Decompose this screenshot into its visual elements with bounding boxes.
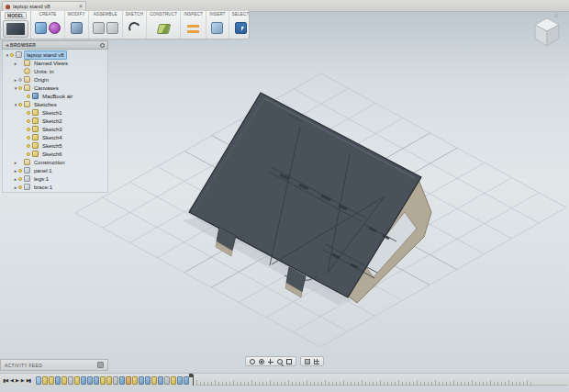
joint-icon[interactable] bbox=[106, 21, 119, 35]
browser-item[interactable]: ▾laptop stand v8 bbox=[3, 50, 107, 59]
create-sketch-icon[interactable] bbox=[128, 21, 141, 35]
timeline-feature-modify-icon[interactable] bbox=[126, 376, 131, 385]
go-to-start-button[interactable]: ▮◀ bbox=[2, 376, 9, 385]
press-pull-icon[interactable] bbox=[70, 21, 84, 35]
collapse-panel-icon[interactable]: ◂ bbox=[6, 41, 8, 49]
browser-item[interactable]: ▸Construction bbox=[3, 158, 107, 166]
visibility-bulb-icon[interactable] bbox=[27, 111, 30, 115]
visibility-bulb-icon[interactable] bbox=[27, 119, 30, 123]
browser-item[interactable]: ▸brace:1 bbox=[3, 183, 107, 191]
timeline-feature-sketch-icon[interactable] bbox=[74, 376, 80, 385]
timeline-feature-sketch-icon[interactable] bbox=[151, 376, 157, 385]
timeline-feature-sketch-icon[interactable] bbox=[61, 376, 67, 385]
timeline-feature-extrude-icon[interactable] bbox=[81, 376, 86, 385]
browser-item[interactable]: MacBook air bbox=[3, 92, 107, 100]
timeline-feature-sketch-icon[interactable] bbox=[49, 376, 54, 385]
visibility-bulb-icon[interactable] bbox=[27, 152, 30, 156]
create-sphere-icon[interactable] bbox=[48, 21, 61, 35]
browser-item-label[interactable]: Sketch5 bbox=[40, 142, 64, 150]
visibility-bulb-icon[interactable] bbox=[27, 136, 30, 140]
create-primitive-icon[interactable] bbox=[34, 21, 48, 35]
timeline-feature-extrude-icon[interactable] bbox=[177, 376, 183, 385]
timeline-feature-construct-icon[interactable] bbox=[68, 376, 73, 385]
visibility-bulb-icon[interactable] bbox=[18, 169, 22, 173]
browser-item[interactable]: ▾Sketches bbox=[3, 100, 107, 108]
measure-icon[interactable] bbox=[186, 22, 200, 34]
browser-item-label[interactable]: Units: in bbox=[32, 68, 56, 75]
visibility-bulb-icon[interactable] bbox=[27, 95, 30, 98]
select-icon[interactable] bbox=[234, 21, 248, 35]
browser-item[interactable]: ▸Named Views bbox=[3, 59, 107, 67]
visibility-bulb-icon[interactable] bbox=[18, 78, 22, 82]
fit-icon[interactable] bbox=[284, 358, 294, 365]
visibility-bulb-icon[interactable] bbox=[18, 185, 22, 189]
browser-item[interactable]: Sketch1 bbox=[3, 108, 107, 117]
browser-item[interactable]: ▸Origin bbox=[3, 75, 107, 84]
activity-feed-toggle-icon[interactable] bbox=[97, 362, 104, 368]
browser-item-label[interactable]: Sketch2 bbox=[40, 118, 64, 125]
look-at-icon[interactable] bbox=[257, 358, 266, 365]
browser-item[interactable]: Sketch5 bbox=[3, 141, 107, 150]
timeline-feature-sketch-icon[interactable] bbox=[42, 376, 48, 385]
gear-icon[interactable] bbox=[100, 43, 105, 48]
workspace-dropdown[interactable]: MODEL bbox=[5, 12, 27, 19]
timeline-feature-canvas-icon[interactable] bbox=[36, 376, 41, 385]
visibility-bulb-icon[interactable] bbox=[18, 86, 22, 90]
construct-plane-icon[interactable] bbox=[157, 22, 171, 35]
browser-item[interactable]: Sketch3 bbox=[3, 125, 107, 133]
zoom-icon[interactable] bbox=[275, 358, 284, 365]
visibility-bulb-icon[interactable] bbox=[10, 53, 14, 57]
timeline-feature-extrude-icon[interactable] bbox=[55, 376, 61, 385]
timeline-feature-sketch-icon[interactable] bbox=[106, 376, 112, 385]
browser-item-label[interactable]: Origin bbox=[32, 76, 50, 84]
browser-item[interactable]: Sketch2 bbox=[3, 117, 107, 125]
browser-item-label[interactable]: panel:1 bbox=[32, 167, 54, 174]
timeline-feature-extrude-icon[interactable] bbox=[139, 376, 144, 385]
timeline-feature-extrude-icon[interactable] bbox=[94, 376, 99, 385]
browser-item[interactable]: ▸legs:1 bbox=[3, 174, 107, 183]
browser-item[interactable]: ▸panel:1 bbox=[3, 166, 107, 174]
browser-item-label[interactable]: MacBook air bbox=[40, 93, 74, 100]
timeline-playhead[interactable] bbox=[193, 375, 194, 386]
timeline-feature-construct-icon[interactable] bbox=[164, 376, 170, 385]
timeline-feature-sketch-icon[interactable] bbox=[132, 376, 138, 385]
visibility-bulb-icon[interactable] bbox=[27, 144, 30, 148]
grid-display-icon[interactable] bbox=[312, 358, 321, 365]
browser-item-label[interactable]: legs:1 bbox=[32, 175, 50, 183]
browser-item-label[interactable]: Canvases bbox=[32, 84, 61, 92]
visibility-bulb-icon[interactable] bbox=[18, 103, 22, 106]
visibility-bulb-icon[interactable] bbox=[18, 177, 22, 181]
new-component-icon[interactable] bbox=[92, 21, 106, 35]
timeline-feature-extrude-icon[interactable] bbox=[158, 376, 163, 385]
timeline-feature-sketch-icon[interactable] bbox=[100, 376, 106, 385]
browser-item[interactable]: Units: in bbox=[3, 67, 107, 75]
close-tab-icon[interactable]: × bbox=[79, 4, 83, 9]
insert-mesh-icon[interactable] bbox=[210, 21, 224, 35]
browser-item-label[interactable]: laptop stand v8 bbox=[24, 50, 67, 60]
browser-item[interactable]: ▾Canvases bbox=[3, 84, 107, 92]
orbit-icon[interactable] bbox=[248, 358, 257, 365]
browser-item-label[interactable]: Sketch6 bbox=[40, 151, 64, 158]
timeline-feature-sketch-icon[interactable] bbox=[171, 376, 176, 385]
browser-item-label[interactable]: brace:1 bbox=[32, 184, 54, 191]
browser-item-label[interactable]: Construction bbox=[32, 159, 67, 166]
browser-item-label[interactable]: Sketches bbox=[32, 101, 59, 108]
browser-item-label[interactable]: Sketch1 bbox=[40, 109, 64, 117]
pan-icon[interactable] bbox=[266, 358, 275, 365]
timeline-feature-construct-icon[interactable] bbox=[113, 376, 118, 385]
timeline-feature-extrude-icon[interactable] bbox=[87, 376, 93, 385]
browser-item-label[interactable]: Named Views bbox=[32, 60, 70, 67]
timeline-feature-extrude-icon[interactable] bbox=[145, 376, 151, 385]
browser-item[interactable]: Sketch4 bbox=[3, 133, 107, 141]
home-view-icon[interactable]: ⌂ bbox=[554, 12, 558, 18]
view-cube[interactable] bbox=[529, 15, 565, 50]
go-to-end-button[interactable]: ▶▮ bbox=[25, 376, 32, 385]
timeline-ruler[interactable] bbox=[196, 375, 567, 386]
display-settings-icon[interactable] bbox=[303, 358, 312, 365]
visibility-bulb-icon[interactable] bbox=[27, 128, 30, 131]
browser-item[interactable]: Sketch6 bbox=[3, 150, 107, 158]
document-tab[interactable]: laptop stand v8 × bbox=[2, 1, 86, 11]
browser-item-label[interactable]: Sketch4 bbox=[40, 134, 64, 141]
timeline-feature-extrude-icon[interactable] bbox=[119, 376, 125, 385]
browser-item-label[interactable]: Sketch3 bbox=[40, 126, 64, 133]
